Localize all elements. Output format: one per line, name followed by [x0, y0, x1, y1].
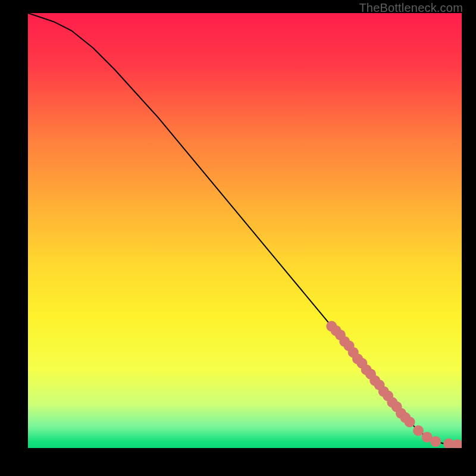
plot-area	[28, 13, 462, 448]
highlight-dot	[413, 425, 424, 436]
highlight-markers	[326, 321, 462, 448]
highlight-dot	[452, 439, 462, 448]
main-curve	[28, 13, 462, 444]
curve-layer	[28, 13, 462, 448]
highlight-dot	[405, 416, 415, 427]
chart-frame: TheBottleneck.com	[0, 0, 476, 476]
highlight-dot	[430, 436, 441, 447]
